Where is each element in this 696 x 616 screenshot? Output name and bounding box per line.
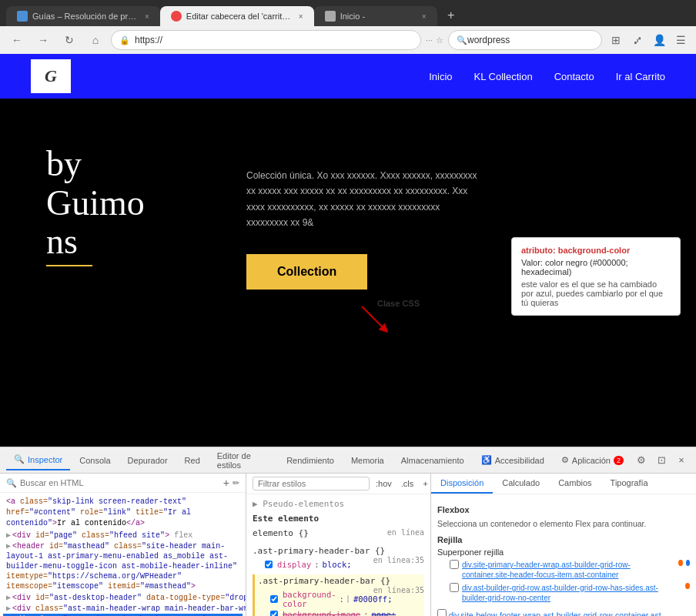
hero-ns: ns [46,223,92,266]
css-rule-bgcolor-checkbox[interactable] [270,595,278,603]
devtools-tab-style-editor[interactable]: Editor de estilos [209,447,277,474]
console-label: Consola [79,456,110,465]
nav-inicio[interactable]: Inicio [429,71,452,82]
css-rule-bgimage-checkbox[interactable] [270,611,278,616]
css-rule-set-2: .ast-primary-header-bar {} en línea:35 d… [253,544,424,570]
devtools: 🔍 Inspector Consola Depurador Red Editor… [0,447,696,616]
new-tab-button[interactable]: + [440,5,462,26]
tab-favicon-2 [171,11,182,22]
layout-tab-calculated[interactable]: Calculado [493,474,549,494]
devtools-tab-debugger[interactable]: Depurador [120,451,176,470]
address-text: https:// [135,35,162,45]
hero-left-text: by Guimo ns [46,122,231,383]
hero-by: by [46,145,231,184]
devtools-tab-accessibility[interactable]: ♿ Accesibilidad [473,450,552,470]
hover-toggle[interactable]: :hov [373,477,395,490]
devtools-tab-network[interactable]: Red [177,451,208,470]
devtools-tab-memory[interactable]: Memoria [343,451,392,470]
css-selector-3[interactable]: .ast-primary-header-bar {} en línea:35 [258,574,424,588]
flex-item-1[interactable]: div.site-primary-header-wrap.ast-builder… [437,560,690,580]
add-node-icon[interactable]: + [223,477,229,489]
search-bar[interactable]: 🔍 wordpress [448,30,602,50]
layout-tabs: Disposición Calculado Cambios Tipografía [431,474,696,494]
css-filter-input[interactable] [253,477,370,490]
css-panel: :hov .cls + ▶ Pseudo-elementos Este elem… [246,474,431,616]
tab-close-1[interactable]: × [145,12,149,21]
nav-actions: ⊞ ⑇ 👤 ☰ [607,31,690,49]
css-selector-1[interactable]: elemento {} en línea [253,527,424,540]
add-rule-icon[interactable]: + [420,477,430,490]
site-logo: G [31,59,71,93]
below-item-checkbox[interactable] [437,609,447,616]
css-selector-2[interactable]: .ast-primary-header-bar {} en línea:35 [253,544,424,557]
devtools-body: 🔍 + ✏ <a class="skip-link screen-reader-… [0,474,696,616]
devtools-tab-performance[interactable]: Rendimiento [279,451,342,470]
cls-toggle[interactable]: .cls [398,477,417,490]
devtools-tab-inspector[interactable]: 🔍 Inspector [6,450,70,470]
flex-item-2-checkbox[interactable] [450,583,459,592]
flex-item-1-checkbox[interactable] [450,560,459,569]
hero-guimo: Guimo [46,184,231,223]
nav-contacto[interactable]: Contacto [554,71,594,82]
layout-tab-typography[interactable]: Tipografía [601,474,658,494]
tab-label-3: Inicio - [340,12,365,21]
annotation-title: atributo: background-color [521,246,671,255]
devtools-dock-icon[interactable]: ⊡ [653,452,670,469]
edit-node-icon[interactable]: ✏ [233,478,239,488]
site-nav: Inicio KL Collection Contacto Ir al Carr… [429,71,665,82]
accessibility-icon: ♿ [481,455,492,465]
tab-bar: Guías – Resolución de proble... × Editar… [0,0,696,26]
bookmarks-icon[interactable]: ⑇ [628,31,647,49]
annotation-line1: Valor: color negro (#000000; hexadecimal… [521,258,671,276]
flex-item-2-label[interactable]: div.ast-builder-grid-row.ast-builder-gri… [462,583,682,603]
html-line-1[interactable]: <a class="skip-link screen-reader-text" … [3,496,243,530]
address-bar[interactable]: 🔒 https:// [111,30,421,50]
annotation-line2: este valor es el que se ha cambiado por … [521,280,671,307]
network-label: Red [185,456,200,465]
html-panel: 🔍 + ✏ <a class="skip-link screen-reader-… [0,474,246,616]
html-line-2[interactable]: ▶<div id="page" class="hfeed site"> flex [3,530,243,541]
tab-2[interactable]: Editar cabecera del 'carrito' /... × [160,6,314,26]
menu-icon[interactable]: ☰ [671,31,690,49]
css-rule-display-checkbox[interactable] [265,561,273,568]
devtools-tab-console[interactable]: Consola [72,451,118,470]
this-element-header: Este elemento [253,512,424,525]
cta-button[interactable]: Collection [246,254,367,290]
devtools-tab-application[interactable]: ⚙ Aplicación 2 [554,450,631,470]
tab-close-3[interactable]: × [422,12,427,21]
devtools-settings-icon[interactable]: ⚙ [633,452,650,469]
account-icon[interactable]: 👤 [650,31,668,49]
grid-title: Rejilla [437,535,690,544]
css-toolbar: :hov .cls + [246,474,430,494]
refresh-button[interactable]: ↻ [59,29,80,51]
flex-item-2[interactable]: div.ast-builder-grid-row.ast-builder-gri… [437,583,690,603]
layout-tab-disposition[interactable]: Disposición [431,474,493,494]
layout-tab-changes[interactable]: Cambios [549,474,601,494]
tab-favicon-3 [325,11,336,22]
search-icon: 🔍 [457,35,467,45]
devtools-tabs: 🔍 Inspector Consola Depurador Red Editor… [0,447,696,474]
tab-close-2[interactable]: × [299,12,303,21]
html-line-5[interactable]: ▶<div class="ast-main-header-wrap main-h… [3,603,243,614]
home-button[interactable]: ⌂ [85,29,106,51]
html-line-3[interactable]: ▶<header id="masthead" class="site-heade… [3,541,243,592]
devtools-close-icon[interactable]: × [673,452,690,469]
devtools-tab-storage[interactable]: Almacenamiento [393,451,472,470]
flex-item-1-dot2 [686,560,690,566]
back-button[interactable]: ← [6,29,28,51]
css-class-label: Clase CSS [377,299,420,308]
html-line-4[interactable]: ▶<div id="ast-desktop-header" data-toggl… [3,592,243,603]
nav-collection[interactable]: KL Collection [474,71,533,82]
storage-label: Almacenamiento [401,456,464,465]
html-tree: <a class="skip-link screen-reader-text" … [0,493,246,616]
tab-1[interactable]: Guías – Resolución de proble... × [6,6,160,26]
extensions-icon[interactable]: ⊞ [607,31,625,49]
debugger-label: Depurador [128,456,168,465]
css-rule-set-3: .ast-primary-header-bar {} en línea:35 b… [253,574,424,616]
nav-carrito[interactable]: Ir al Carrito [616,71,665,82]
tab-3[interactable]: Inicio - × [314,6,437,26]
layout-content: Flexbox Selecciona un contenedor o eleme… [431,494,696,616]
flex-item-1-label[interactable]: div.site-primary-header-wrap.ast-builder… [462,560,675,580]
forward-button[interactable]: → [32,29,54,51]
html-search-input[interactable] [20,478,220,487]
